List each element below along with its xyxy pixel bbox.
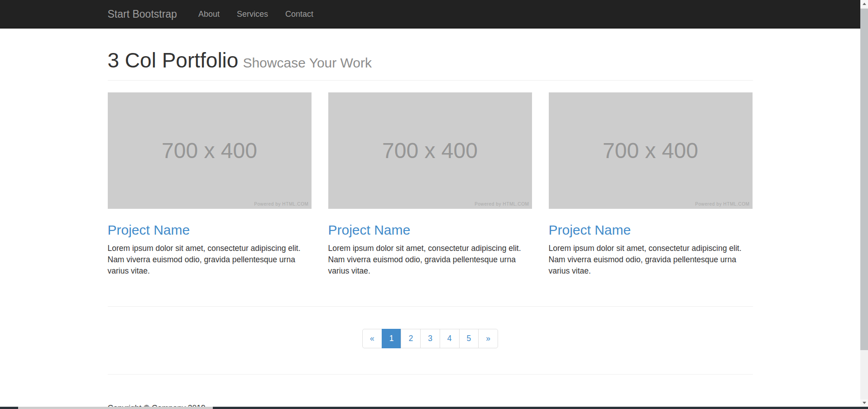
project-placeholder-image: 700 x 400 Powered by HTML.COM [108, 92, 312, 209]
project-description: Lorem ipsum dolor sit amet, consectetur … [108, 243, 312, 277]
placeholder-size-label: 700 x 400 [162, 138, 257, 163]
pagination-page-4[interactable]: 4 [440, 329, 460, 348]
vertical-scrollbar-track[interactable] [860, 0, 868, 409]
pagination-page-1[interactable]: 1 [382, 329, 402, 348]
scroll-down-icon [863, 402, 866, 404]
projects-row: 700 x 400 Powered by HTML.COM Project Na… [108, 92, 753, 277]
pagination-wrapper: « 1 2 3 4 5 » [108, 329, 753, 348]
pagination-page-2[interactable]: 2 [401, 329, 421, 348]
nav-item-services[interactable]: Services [228, 10, 277, 19]
scroll-up-icon [863, 3, 866, 5]
main-container: 3 Col PortfolioShowcase Your Work 700 x … [108, 49, 753, 409]
pagination-next-button[interactable]: » [478, 329, 498, 348]
placeholder-watermark: Powered by HTML.COM [695, 202, 749, 207]
project-description: Lorem ipsum dolor sit amet, consectetur … [549, 243, 753, 277]
placeholder-size-label: 700 x 400 [603, 138, 698, 163]
project-title-link[interactable]: Project Name [549, 222, 753, 237]
vertical-scrollbar-thumb[interactable] [860, 9, 868, 350]
scroll-up-button[interactable] [860, 0, 868, 8]
pagination-page-5[interactable]: 5 [459, 329, 479, 348]
project-description: Lorem ipsum dolor sit amet, consectetur … [328, 243, 532, 277]
scroll-down-button[interactable] [860, 399, 868, 407]
pagination: « 1 2 3 4 5 » [362, 329, 498, 348]
page-header: 3 Col PortfolioShowcase Your Work [108, 49, 753, 81]
project-card: 700 x 400 Powered by HTML.COM Project Na… [328, 92, 532, 277]
page-title: 3 Col PortfolioShowcase Your Work [108, 49, 753, 74]
project-card: 700 x 400 Powered by HTML.COM Project Na… [549, 92, 753, 277]
browser-viewport: Start Bootstrap About Services Contact 3… [0, 0, 860, 409]
project-title-link[interactable]: Project Name [328, 222, 532, 237]
page-title-text: 3 Col Portfolio [108, 48, 239, 72]
horizontal-scrollbar-thumb[interactable] [18, 407, 213, 409]
project-placeholder-image: 700 x 400 Powered by HTML.COM [549, 92, 753, 209]
footer-divider [108, 374, 753, 375]
page-subtitle: Showcase Your Work [243, 55, 372, 70]
pagination-prev-button[interactable]: « [362, 329, 382, 348]
placeholder-size-label: 700 x 400 [382, 138, 478, 163]
navbar: Start Bootstrap About Services Contact [0, 0, 860, 29]
nav-item-contact[interactable]: Contact [277, 10, 322, 19]
project-title-link[interactable]: Project Name [108, 222, 312, 237]
navbar-container: Start Bootstrap About Services Contact [108, 0, 753, 28]
horizontal-scrollbar-track[interactable] [0, 407, 868, 409]
nav-links: About Services Contact [190, 0, 322, 28]
placeholder-watermark: Powered by HTML.COM [254, 202, 308, 207]
brand-link[interactable]: Start Bootstrap [108, 8, 177, 20]
divider [108, 306, 753, 307]
project-placeholder-image: 700 x 400 Powered by HTML.COM [328, 92, 532, 209]
nav-item-about[interactable]: About [190, 10, 228, 19]
project-card: 700 x 400 Powered by HTML.COM Project Na… [108, 92, 312, 277]
pagination-page-3[interactable]: 3 [420, 329, 440, 348]
placeholder-watermark: Powered by HTML.COM [475, 202, 529, 207]
